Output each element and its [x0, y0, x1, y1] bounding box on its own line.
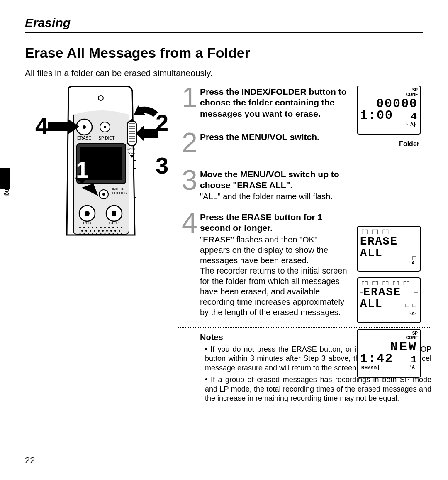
svg-point-47 — [102, 230, 104, 232]
lcd1-conf: CONF — [360, 93, 418, 97]
step-4-desc: "ERASE" flashes and then "OK" appears on… — [200, 235, 348, 318]
spdict-label: SP DICT — [98, 136, 114, 140]
svg-point-51 — [119, 230, 120, 232]
svg-point-5 — [104, 126, 106, 128]
svg-point-60 — [112, 233, 114, 235]
steps-column: 1 Press the INDEX/FOLDER button to choos… — [178, 86, 348, 406]
lcd4-right: 1 — [411, 355, 418, 365]
step-3-title: Move the MENU/VOL switch up to choose "E… — [200, 169, 348, 191]
svg-point-45 — [94, 230, 95, 232]
svg-text:STOP: STOP — [109, 221, 119, 225]
step-4-title: Press the ERASE button for 1 second or l… — [200, 212, 348, 234]
lcd4-remain: REMAIN — [360, 365, 379, 370]
folder-pointer-line — [415, 136, 416, 143]
step-3-desc: "ALL" and the folder name will flash. — [200, 191, 348, 202]
svg-point-48 — [106, 230, 108, 232]
title-rule — [25, 64, 423, 64]
section-rule — [25, 32, 423, 33]
svg-point-50 — [114, 230, 116, 232]
svg-point-55 — [92, 233, 93, 235]
svg-point-43 — [85, 230, 87, 232]
lcd2-line2: ALL — [360, 247, 383, 259]
device-illustration: ERASE SP DICT MENU — [31, 86, 172, 243]
svg-point-61 — [117, 233, 118, 235]
intro-text: All files in a folder can be erased simu… — [25, 68, 423, 78]
lcd-4: SP CONF NEW 1:42 1 REMAIN └A┘ — [357, 329, 421, 378]
step-num: 2 — [178, 131, 200, 155]
svg-point-3 — [83, 125, 86, 129]
svg-point-42 — [81, 230, 83, 232]
callout-4: 4 — [35, 115, 48, 138]
page-title: Erase All Messages from a Folder — [25, 45, 423, 61]
svg-point-59 — [108, 233, 110, 235]
lcd-3: ┌┐┌┐┌┐┌┐┌┐ ─ ERASE ─ ALL └┘└┘ └A┘ — [357, 277, 421, 323]
lcd3-line2: ALL — [360, 298, 383, 310]
svg-text:INDEX/: INDEX/ — [112, 187, 125, 191]
svg-point-35 — [96, 227, 97, 228]
arrow-to-dial-press — [136, 125, 158, 141]
step-1: 1 Press the INDEX/FOLDER button to choos… — [178, 86, 348, 119]
lcd4-sp: SP — [360, 331, 418, 336]
svg-rect-67 — [48, 122, 68, 131]
page-number: 22 — [25, 455, 35, 466]
svg-point-31 — [79, 227, 81, 228]
erase-label: ERASE — [77, 136, 91, 140]
svg-point-58 — [104, 233, 106, 235]
step-4: 4 Press the ERASE button for 1 second or… — [178, 211, 348, 318]
lcd2-folder-letter: A — [411, 260, 415, 265]
lcd-2: ┌┐┌┐┌┐ ERASE ALL ┌┐ └A┘ — [357, 226, 421, 272]
svg-point-37 — [104, 227, 106, 228]
step-2-title: Press the MENU/VOL switch. — [200, 132, 348, 142]
svg-point-62 — [121, 233, 122, 235]
svg-point-39 — [112, 227, 114, 228]
svg-point-40 — [117, 227, 118, 228]
lcd3-line1: ERASE — [363, 287, 414, 298]
svg-rect-6 — [127, 121, 136, 146]
callout-2: 2 — [156, 111, 168, 135]
lcd1-folder-letter: A — [409, 122, 415, 127]
step-num: 3 — [178, 168, 200, 192]
svg-point-53 — [83, 233, 85, 235]
step-2: 2 Press the MENU/VOL switch. — [178, 131, 348, 155]
callout-3: 3 — [156, 154, 168, 177]
lcd4-conf: CONF — [360, 336, 418, 340]
svg-point-38 — [108, 227, 110, 228]
lcd-1: SP CONF 00000 1:00 4 └A┘ — [357, 86, 421, 135]
svg-point-54 — [88, 233, 89, 235]
svg-point-34 — [92, 227, 93, 228]
lcd1-sp: SP — [360, 88, 418, 93]
svg-point-46 — [98, 230, 100, 232]
svg-text:/VOL: /VOL — [128, 151, 136, 154]
svg-text:REC: REC — [83, 221, 91, 225]
side-tab-label: Erasing — [4, 174, 11, 196]
svg-point-36 — [100, 227, 102, 228]
callout-1: 1 — [76, 158, 89, 181]
svg-point-41 — [121, 227, 122, 228]
svg-point-57 — [100, 233, 102, 235]
svg-point-44 — [90, 230, 91, 232]
lcd4-time: 1:42 — [360, 353, 393, 365]
step-3: 3 Move the MENU/VOL switch up to choose … — [178, 168, 348, 202]
notes-heading: Notes — [200, 333, 348, 342]
svg-point-32 — [83, 227, 85, 228]
svg-point-52 — [79, 233, 81, 235]
step-num: 4 — [178, 211, 200, 235]
svg-point-22 — [102, 193, 105, 196]
lcd1-caption: Folder — [357, 140, 419, 148]
lcd3-folder-letter: A — [411, 311, 415, 316]
step-num: 1 — [178, 86, 200, 110]
lcd2-line1: ERASE — [360, 236, 418, 247]
svg-rect-29 — [112, 211, 116, 216]
svg-point-1 — [98, 96, 103, 100]
lcd1-time: 1:00 — [360, 109, 393, 122]
svg-text:FOLDER: FOLDER — [112, 191, 127, 195]
step-1-title: Press the INDEX/FOLDER button to choose … — [200, 86, 348, 119]
svg-point-49 — [110, 230, 112, 232]
arrow-to-dial-curve — [134, 105, 156, 115]
svg-point-56 — [96, 233, 97, 235]
lcd4-folder-letter: A — [412, 365, 415, 370]
section-header: Erasing — [25, 16, 423, 30]
lcd-column: SP CONF 00000 1:00 4 └A┘ Folder ┌┐┌┐┌┐ E… — [357, 86, 421, 384]
svg-point-33 — [88, 227, 89, 228]
svg-point-26 — [85, 211, 90, 216]
